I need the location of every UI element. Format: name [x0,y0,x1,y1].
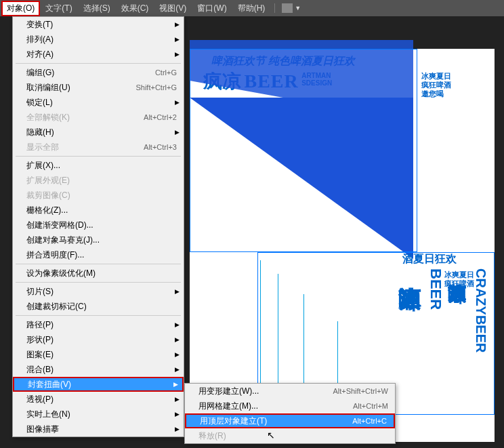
menu-item-shortcut: Alt+Ctrl+M [353,402,388,410]
submenu-arrow-icon: ▶ [173,381,178,388]
submenu-item[interactable]: 用变形建立(W)...Alt+Shift+Ctrl+W [185,384,395,399]
menu-item-label: 栅格化(Z)... [26,205,177,216]
menu-separator [16,282,181,283]
menu-item-label: 排列(A) [26,34,177,45]
menu-item[interactable]: 图案(E)▶ [13,347,184,362]
menu-item-shortcut: Shift+Ctrl+G [135,83,177,91]
menu-item[interactable]: 取消编组(U)Shift+Ctrl+G [13,80,184,95]
menu-item-label: 全部解锁(K) [26,112,144,123]
menu-item-shortcut: Alt+Ctrl+3 [144,143,177,151]
menu-item-shortcut: Alt+Ctrl+C [352,417,387,425]
menu-item[interactable]: 锁定(L)▶ [13,95,184,110]
menu-item[interactable]: 排列(A)▶ [13,32,184,47]
menu-type[interactable]: 文字(T) [40,1,77,16]
menu-item-label: 形状(P) [26,334,177,346]
submenu-arrow-icon: ▶ [175,288,180,295]
submenu-arrow-icon: ▶ [175,411,180,418]
menubar: 对象(O) 文字(T) 选择(S) 效果(C) 视图(V) 窗口(W) 帮助(H… [0,0,504,16]
selection-bounds-upper [190,49,417,252]
menu-item[interactable]: 变换(T)▶ [13,17,184,32]
menu-item[interactable]: 路径(P)▶ [13,317,184,332]
submenu-arrow-icon: ▶ [175,426,180,432]
submenu-item[interactable]: 用网格建立(M)...Alt+Ctrl+M [185,399,395,413]
menu-effect[interactable]: 效果(C) [116,1,154,16]
submenu-arrow-icon: ▶ [175,99,180,106]
menu-item-shortcut: Alt+Ctrl+2 [144,113,177,121]
menu-item[interactable]: 实时上色(N)▶ [13,407,184,422]
menu-item-label: 拼合透明度(F)... [26,249,177,261]
menu-item[interactable]: 编组(G)Ctrl+G [13,65,184,80]
menu-item-label: 实时上色(N) [26,409,177,420]
artwork-right: 冰爽夏日 疯狂啤酒 邀您喝 [421,72,476,99]
menu-item[interactable]: 设为像素级优化(M) [13,266,184,281]
menu-item-label: 创建对象马赛克(J)... [26,235,177,246]
menu-item[interactable]: 创建对象马赛克(J)... [13,232,184,247]
submenu-arrow-icon: ▶ [175,336,180,343]
submenu-arrow-icon: ▶ [175,366,180,373]
menu-item[interactable]: 拼合透明度(F)... [13,247,184,262]
menu-item-label: 对齐(A) [26,49,177,60]
menu-item-label: 透视(P) [26,394,177,405]
submenu-arrow-icon: ▶ [175,51,180,58]
submenu-item-label: 用网格建立(M)... [198,401,353,412]
menu-item[interactable]: 透视(P)▶ [13,392,184,407]
menu-item-label: 图案(E) [26,349,177,361]
menu-item[interactable]: 切片(S)▶ [13,284,184,299]
submenu-item-label: 释放(R) [198,430,388,442]
menu-item: 全部解锁(K)Alt+Ctrl+2 [13,110,184,125]
menu-separator [16,264,181,264]
menu-item[interactable]: 创建裁切标记(C) [13,299,184,314]
menu-item-shortcut: Alt+Shift+Ctrl+W [333,387,388,395]
menu-item[interactable]: 对齐(A)▶ [13,47,184,62]
arrange-documents-icon[interactable] [282,3,293,13]
menu-separator [16,156,181,157]
menu-separator [16,63,181,64]
menu-item[interactable]: 图像描摹▶ [13,422,184,436]
menu-item-label: 创建渐变网格(D)... [26,220,177,231]
menu-item-label: 显示全部 [26,142,144,153]
submenu-item: 释放(R) [185,428,395,443]
envelope-distort-submenu: 用变形建立(W)...Alt+Shift+Ctrl+W用网格建立(M)...Al… [184,383,396,444]
submenu-arrow-icon: ▶ [175,351,180,358]
menu-help[interactable]: 帮助(H) [232,1,271,16]
submenu-arrow-icon: ▶ [175,21,180,28]
menu-item-shortcut: Ctrl+G [155,68,177,77]
menubar-divider [274,3,275,13]
submenu-arrow-icon: ▶ [175,129,180,136]
menu-item-label: 封套扭曲(V) [28,379,175,390]
submenu-item[interactable]: 用顶层对象建立(T)Alt+Ctrl+C [185,413,395,428]
menu-item[interactable]: 扩展(X)... [13,158,184,173]
menu-select[interactable]: 选择(S) [78,1,116,16]
submenu-arrow-icon: ▶ [175,396,180,403]
menu-item-label: 设为像素级优化(M) [26,268,177,279]
menu-item[interactable]: 封套扭曲(V)▶ [13,377,184,392]
submenu-item-label: 用变形建立(W)... [198,386,333,397]
menu-object[interactable]: 对象(O) [1,1,40,16]
menu-item-label: 隐藏(H) [26,127,177,138]
menu-item[interactable]: 创建渐变网格(D)... [13,218,184,232]
menu-item-label: 变换(T) [26,19,177,30]
menu-item-label: 切片(S) [26,286,177,298]
submenu-arrow-icon: ▶ [175,321,180,328]
menu-item[interactable]: 栅格化(Z)... [13,203,184,218]
menu-item-label: 编组(G) [26,67,155,79]
menu-item: 裁剪图像(C) [13,188,184,203]
menu-window[interactable]: 窗口(W) [192,1,232,16]
menu-item[interactable]: 混合(B)▶ [13,362,184,377]
menu-item-label: 扩展(X)... [26,160,177,171]
object-menu-dropdown: 变换(T)▶排列(A)▶对齐(A)▶编组(G)Ctrl+G取消编组(U)Shif… [12,16,184,437]
menu-item-label: 混合(B) [26,364,177,375]
menu-item[interactable]: 形状(P)▶ [13,332,184,347]
menu-view[interactable]: 视图(V) [154,1,192,16]
menu-item-label: 创建裁切标记(C) [26,301,177,312]
menu-separator [16,315,181,316]
menu-item-label: 扩展外观(E) [26,175,177,186]
menu-item-label: 锁定(L) [26,97,177,108]
menu-item-label: 路径(P) [26,319,177,331]
menu-item-label: 取消编组(U) [26,82,135,94]
menu-item: 显示全部Alt+Ctrl+3 [13,140,184,155]
chevron-down-icon[interactable]: ▼ [295,5,301,12]
submenu-arrow-icon: ▶ [175,36,180,43]
menu-item: 扩展外观(E) [13,173,184,188]
menu-item[interactable]: 隐藏(H)▶ [13,125,184,140]
